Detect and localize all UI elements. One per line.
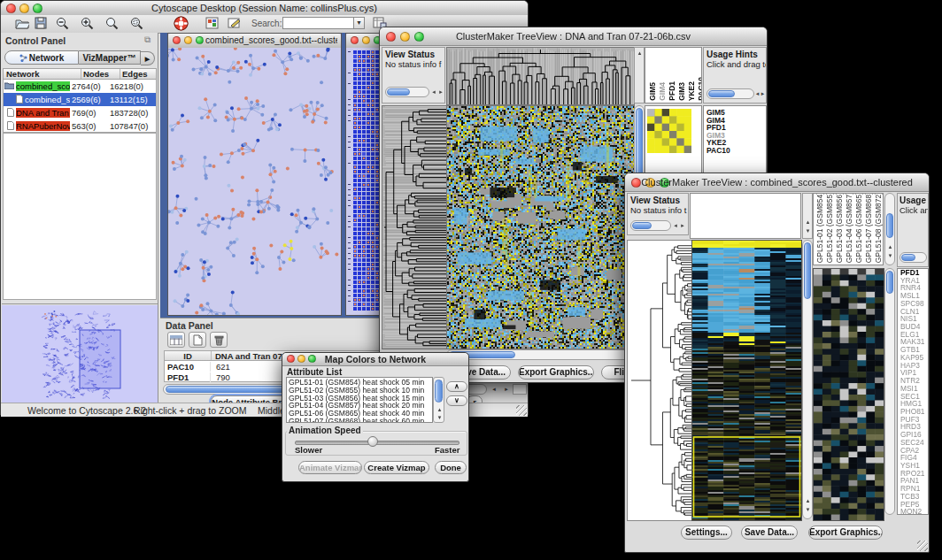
scroll-right-icon[interactable]: ▸ — [500, 386, 513, 393]
attribute-table-icon — [170, 335, 182, 345]
scroll-right-icon[interactable]: ▸ — [437, 88, 444, 96]
resize-grip[interactable] — [516, 405, 527, 416]
network-view-window-1[interactable]: combined_scores_good.txt--cluste... — [167, 33, 342, 316]
zoom-button[interactable] — [196, 36, 204, 44]
network-table-row[interactable]: combined_scores_2764(0)16218(0) — [4, 80, 156, 93]
scroll-right-icon[interactable]: ▸ — [760, 90, 766, 97]
search-dropdown-icon[interactable]: ▼ — [353, 17, 365, 29]
float-panel-icon[interactable]: ⧉ — [144, 35, 151, 45]
search-input[interactable] — [282, 17, 355, 29]
help-ring-icon[interactable] — [174, 16, 189, 35]
column-label: GPL51-04 (GSM857) — [845, 193, 854, 263]
tv2-corner-arrows[interactable]: ▴ ▾ — [802, 193, 813, 239]
treeview2-titlebar[interactable]: ClusterMaker TreeView : combined_scores_… — [625, 173, 929, 192]
close-button[interactable] — [173, 36, 181, 44]
annotation-icon[interactable] — [228, 17, 241, 33]
scroll-right-icon[interactable]: ▸ — [679, 222, 686, 229]
tv1-status-scrollbar[interactable] — [385, 87, 429, 97]
tv1-button-export-graphics-[interactable]: Export Graphics... — [518, 365, 594, 380]
zoom-selected-icon[interactable] — [130, 17, 143, 34]
network-table-row[interactable]: combined_sco2569(6)13112(15) — [4, 93, 156, 106]
tv2-button-export-graphics-[interactable]: Export Graphics... — [808, 525, 883, 540]
scroll-left-icon[interactable]: ◂ — [488, 386, 500, 393]
minimize-button[interactable] — [362, 36, 370, 44]
network-edges: 16218(0) — [108, 81, 156, 91]
attribute-item[interactable]: GPL51-07 (GSM868) heat shock 60 min — [289, 418, 432, 423]
tv2-genes-scrollbar[interactable] — [884, 268, 895, 515]
usage-hints-text: Click and — [898, 205, 928, 215]
save-icon[interactable] — [35, 17, 47, 33]
zoom-fit-icon[interactable] — [105, 17, 119, 34]
move-down-button[interactable]: ∨ — [446, 395, 467, 406]
tv1-col-scroll-corner[interactable]: ▴ — [634, 47, 645, 104]
main-titlebar[interactable]: Cytoscape Desktop (Session Name: collins… — [1, 1, 528, 16]
tab-network[interactable]: Network — [4, 50, 79, 65]
close-button[interactable] — [351, 36, 359, 44]
slower-label: Slower — [295, 445, 322, 455]
network-table-row[interactable]: RNAPuberNov2+!563(0)107847(0) — [4, 119, 156, 133]
tv2-button-settings-[interactable]: Settings... — [681, 525, 732, 540]
tv2-heatmap[interactable] — [691, 240, 802, 521]
network-name: combined_scores_ — [16, 81, 70, 91]
tv2-button-save-data-[interactable]: Save Data... — [741, 525, 798, 540]
tv1-usage-hints-panel: Usage Hints Click and drag tc ◂ ▸ — [703, 47, 767, 104]
tv2-vscrollbar[interactable]: ▴ ▾ — [802, 240, 813, 519]
tv1-hscrollbar[interactable] — [446, 349, 633, 360]
tv2-status-scrollbar[interactable] — [630, 220, 671, 231]
network-table-header[interactable]: Network Nodes Edges — [3, 68, 157, 80]
control-panel-title: Control Panel — [5, 35, 66, 46]
resize-grip[interactable] — [917, 541, 928, 551]
network-nodes: 2569(6) — [70, 95, 108, 104]
scroll-left-icon[interactable]: ◂ — [430, 88, 437, 96]
document-icon — [4, 95, 23, 105]
attribute-list[interactable]: GPL51-01 (GSM854) heat shock 05 minGPL51… — [286, 377, 433, 423]
faster-label: Faster — [435, 445, 460, 455]
slider-thumb[interactable] — [367, 436, 378, 447]
dialog-button-animate-vizmap[interactable]: Animate Vizmap — [298, 461, 362, 474]
col-nodes[interactable]: Nodes — [81, 69, 120, 79]
usage-hints-label: Usage Hi — [898, 194, 928, 205]
col-network[interactable]: Network — [4, 69, 81, 79]
column-label: GPL51-03 (GSM856) — [835, 193, 845, 263]
tv1-column-labels: GIM5GIM4PFD1GIM3YKE2PAC10 — [645, 47, 702, 104]
tv1-hints-scrollbar[interactable] — [706, 88, 754, 99]
dialog-titlebar[interactable]: Map Colors to Network — [282, 353, 468, 366]
delete-attribute-button[interactable] — [210, 332, 228, 348]
control-panel-tabs: NetworkVizMapper™▶ — [4, 49, 157, 63]
animation-speed-label: Animation Speed — [287, 426, 363, 435]
network-name: DNA and Tran 07 — [16, 108, 70, 118]
scroll-left-icon[interactable]: ◂ — [672, 222, 679, 229]
tab-more[interactable]: ▶ — [141, 51, 155, 65]
network-window-title: combined_scores_good.txt--cluste... — [205, 34, 337, 47]
tv2-zoom-heatmap[interactable] — [813, 268, 884, 521]
open-file-icon[interactable] — [15, 17, 29, 33]
dialog-button-create-vizmap[interactable]: Create Vizmap — [364, 461, 429, 474]
col-id[interactable]: ID — [165, 351, 212, 360]
attribute-list-scrollbar[interactable]: ▴ ▾ — [433, 377, 444, 423]
move-up-button[interactable]: ∧ — [446, 381, 467, 392]
attribute-table-button[interactable] — [167, 332, 185, 348]
dialog-button-done[interactable]: Done — [435, 461, 467, 474]
zoom-out-icon[interactable] — [56, 17, 69, 34]
network-list-area[interactable] — [3, 133, 157, 300]
treeview1-titlebar[interactable]: ClusterMaker TreeView : DNA and Tran 07-… — [380, 27, 767, 46]
tv1-heatmap[interactable] — [446, 105, 635, 349]
document-icon — [4, 108, 14, 119]
vizmapper-grid-icon[interactable] — [205, 17, 219, 33]
tab-vizmapper[interactable]: VizMapper™ — [79, 50, 141, 65]
new-attribute-button[interactable] — [189, 332, 206, 348]
birdseye-view[interactable] — [2, 303, 158, 403]
treeview1-title: ClusterMaker TreeView : DNA and Tran 07-… — [380, 29, 767, 44]
tv2-labels-scrollbar[interactable]: ▴ ▾ — [884, 193, 895, 265]
network-table-row[interactable]: DNA and Tran 07769(0)183728(0) — [4, 106, 156, 119]
zoom-in-icon[interactable] — [81, 17, 94, 34]
column-label: GPL51-07 (GSM868) — [864, 193, 874, 263]
tv2-row-dendrogram — [627, 240, 693, 521]
tv2-column-labels: GPL51-01 (GSM854)GPL51-02 (GSM855)GPL51-… — [813, 193, 884, 265]
main-window-title: Cytoscape Desktop (Session Name: collins… — [1, 2, 528, 15]
tv2-hints-scrollbar[interactable] — [900, 252, 927, 263]
col-edges[interactable]: Edges — [120, 69, 156, 79]
minimize-button[interactable] — [184, 36, 192, 44]
column-label: PFD1 — [668, 81, 677, 101]
tv2-view-status-panel: View Status No status info t ◂ ▸ — [627, 193, 689, 235]
